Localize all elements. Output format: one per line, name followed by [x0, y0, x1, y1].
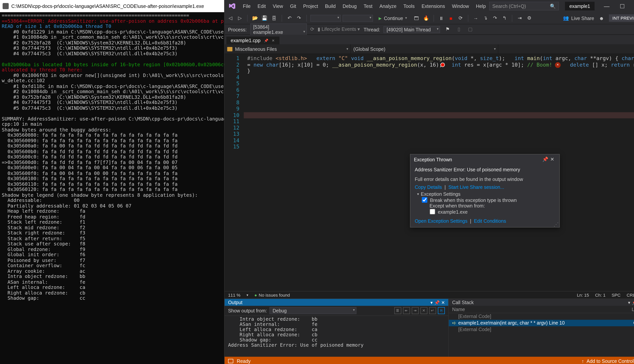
redo-icon[interactable]: ↷: [295, 14, 303, 22]
close-icon[interactable]: ✕: [441, 300, 445, 305]
menu-build[interactable]: Build: [321, 2, 339, 10]
save-icon[interactable]: 💾: [261, 14, 269, 22]
open-file-icon[interactable]: 📂: [251, 14, 259, 22]
menu-extensions[interactable]: Extensions: [418, 2, 448, 10]
next-icon[interactable]: ↠: [412, 307, 419, 314]
main-toolbar: ◁ ▷ 📂 💾 🗄 ↶ ↷ ▶ Continue ▾ 🗔 🔥 ⏸ ■ ⟳: [225, 12, 634, 24]
debug-target-icon[interactable]: 🗔: [413, 14, 421, 22]
prev-icon[interactable]: ↞: [403, 307, 410, 314]
int-preview-badge: INT PREVIEW: [609, 14, 634, 22]
menu-help[interactable]: Help: [472, 2, 489, 10]
menu-window[interactable]: Window: [448, 2, 473, 10]
maximize-button[interactable]: ☐: [614, 1, 630, 11]
main-menu: FileEditViewGitProjectBuildDebugTestAnal…: [239, 2, 489, 10]
menu-analyze[interactable]: Analyze: [376, 2, 400, 10]
tool-icon[interactable]: ⚙: [525, 14, 533, 22]
config-dropdown[interactable]: [310, 15, 341, 22]
search-box[interactable]: Search (Ctrl+Q) 🔍: [489, 2, 559, 10]
close-button[interactable]: ✕: [630, 1, 634, 11]
debug-process-bar: Process: [53864] example1.exe ⟳ ▮ Lifecy…: [225, 24, 634, 35]
minimize-button[interactable]: —: [599, 1, 614, 11]
callstack-panel: Call Stack ▾📌✕ Name Lang [External Code]…: [448, 298, 634, 357]
eol-indicator: CRLF: [627, 292, 634, 298]
callstack-row[interactable]: [External Code]: [449, 326, 634, 333]
continue-button[interactable]: ▶ Continue ▾: [375, 14, 411, 22]
lifecycle-events-button[interactable]: ▮ Lifecycle Events ▾: [318, 26, 360, 32]
module-checkbox[interactable]: example1.exe: [429, 208, 555, 215]
menu-debug[interactable]: Debug: [339, 2, 360, 10]
panel-dropdown-icon[interactable]: ▾: [430, 300, 433, 305]
panel-dropdown-icon[interactable]: ▾: [628, 300, 630, 305]
feedback-icon[interactable]: ☻: [597, 14, 605, 22]
undo-icon[interactable]: ↶: [286, 14, 294, 22]
exception-settings-toggle[interactable]: Exception Settings: [417, 191, 555, 196]
pin-icon[interactable]: 📌: [542, 157, 549, 162]
console-titlebar[interactable]: C:\MSDN\cpp-docs-pr\docs\c-language\ASAN…: [0, 0, 224, 12]
pin-icon[interactable]: 📌: [632, 300, 634, 305]
menu-file[interactable]: File: [239, 2, 254, 10]
edit-conditions-link[interactable]: Edit Conditions: [474, 218, 506, 224]
break-checkbox[interactable]: Break when this exception type is thrown: [422, 197, 555, 203]
editor-area: example1.cpp 📌 ✕ ▾ ⤢ Miscellaneous Files…: [225, 35, 634, 298]
zoom-level[interactable]: 111 %: [228, 292, 240, 298]
hot-reload-icon[interactable]: 🔥: [422, 14, 430, 22]
nav-back-icon[interactable]: ◁: [226, 14, 234, 22]
callstack-row[interactable]: [External Code]: [449, 313, 634, 320]
output-panel-title[interactable]: Output ▾📌✕: [225, 299, 448, 306]
issues-indicator[interactable]: No issues found: [254, 292, 290, 298]
pause-icon[interactable]: ⏸: [437, 14, 445, 22]
thread-dropdown[interactable]: [49020] Main Thread: [384, 26, 440, 33]
console-window: C:\MSDN\cpp-docs-pr\docs\c-language\ASAN…: [0, 0, 225, 364]
titlebar[interactable]: FileEditViewGitProjectBuildDebugTestAnal…: [225, 0, 634, 12]
clear-icon[interactable]: ✕: [420, 307, 427, 314]
nav-project[interactable]: Miscellaneous Files: [225, 44, 351, 54]
output-text[interactable]: Intra object redzone: bb ASan internal: …: [225, 316, 448, 357]
menu-git[interactable]: Git: [287, 2, 300, 10]
line-gutter[interactable]: 123456789101112131415: [225, 54, 244, 291]
process-dropdown[interactable]: [53864] example1.exe: [250, 23, 307, 36]
menu-project[interactable]: Project: [300, 2, 322, 10]
nav-scope[interactable]: (Global Scope): [351, 44, 498, 54]
step-over-icon[interactable]: ↷: [491, 14, 499, 22]
flag-icon[interactable]: ⚑: [444, 26, 452, 33]
save-all-icon[interactable]: 🗄: [270, 14, 278, 22]
restart-icon[interactable]: ⟳: [457, 14, 464, 22]
toggle-icon[interactable]: ⎘: [438, 307, 445, 314]
close-icon[interactable]: ✕: [549, 157, 556, 162]
menu-tools[interactable]: Tools: [400, 2, 418, 10]
pin-icon[interactable]: 📌: [434, 300, 439, 305]
menu-view[interactable]: View: [269, 2, 287, 10]
pin-icon[interactable]: 📌: [264, 38, 268, 42]
nav-bar: Miscellaneous Files (Global Scope): [225, 44, 634, 54]
resize-grip[interactable]: [553, 221, 558, 226]
run-to-icon[interactable]: ⇥: [516, 14, 524, 22]
stop-icon[interactable]: ■: [447, 14, 455, 22]
wordwrap-icon[interactable]: ↵: [429, 307, 436, 314]
up-arrow-icon[interactable]: ↑: [582, 358, 584, 364]
nav-member[interactable]: [498, 44, 634, 54]
char-indicator: Ch: 1: [595, 292, 605, 298]
file-tab-active[interactable]: example1.cpp 📌 ✕: [226, 36, 279, 44]
app-icon: [3, 3, 9, 9]
nav-fwd-icon[interactable]: ▷: [236, 14, 244, 22]
liveshare-icon: 👥: [563, 15, 569, 21]
open-exception-settings-link[interactable]: Open Exception Settings: [415, 218, 467, 224]
callstack-row[interactable]: ➪example1.exe!main(int argc, char * * ar…: [449, 320, 634, 326]
menu-test[interactable]: Test: [360, 2, 376, 10]
callstack-title[interactable]: Call Stack ▾📌✕: [449, 299, 634, 306]
live-share-button[interactable]: 👥 Live Share: [563, 15, 594, 21]
start-liveshare-link[interactable]: Start Live Share session...: [448, 184, 504, 190]
output-source-dropdown[interactable]: Debug: [270, 307, 357, 314]
menu-edit[interactable]: Edit: [254, 2, 269, 10]
add-source-control[interactable]: Add to Source Control: [587, 358, 634, 364]
close-tab-icon[interactable]: ✕: [272, 38, 275, 42]
line-indicator: Ln: 15: [577, 292, 589, 298]
platform-dropdown[interactable]: [343, 15, 373, 22]
show-next-icon[interactable]: →: [472, 14, 480, 22]
goto-msg-icon[interactable]: ≣: [394, 307, 401, 314]
step-out-icon[interactable]: ↰: [500, 14, 508, 22]
step-into-icon[interactable]: ↴: [481, 14, 489, 22]
ready-icon: [228, 359, 233, 364]
window-controls: — ☐ ✕: [599, 1, 634, 11]
copy-details-link[interactable]: Copy Details: [415, 184, 442, 190]
